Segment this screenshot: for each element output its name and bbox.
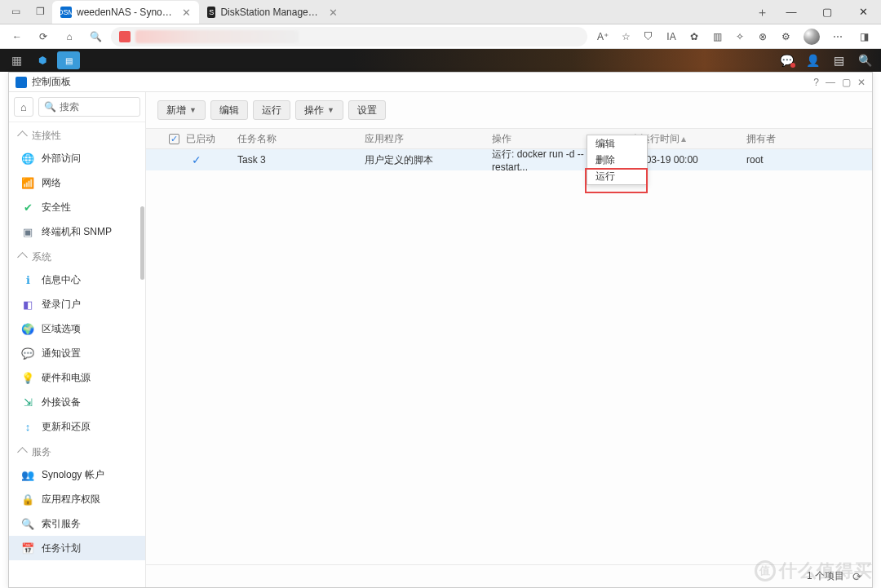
sidebar-item[interactable]: ▣终端机和 SNMP [9,219,145,244]
toolbar-extension-icon[interactable]: IA [661,26,682,47]
dsm-header: ▦ ⬢ ▤ 💬 👤 ▤ 🔍 [0,49,881,72]
settings-button[interactable]: 设置 [348,100,386,120]
workspace-icon[interactable]: ▭ [3,0,28,24]
toolbar-extension-icon[interactable]: ▥ [706,26,728,47]
search-button[interactable]: 🔍 [85,26,106,47]
help-button[interactable]: ? [813,77,819,88]
cell-app: 用户定义的脚本 [358,149,485,170]
sidebar-item-icon: ⇲ [20,395,35,409]
table-row[interactable]: ✓ Task 3 用户定义的脚本 运行: docker run -d --res… [146,149,872,170]
control-panel-window: 控制面板 ? — ▢ ✕ ⌂ 🔍 连接性🌐外部访问📶网络✔安全性▣终端机和 SN… [8,72,873,588]
close-panel-button[interactable]: ✕ [857,77,866,88]
user-icon[interactable]: 👤 [801,51,824,69]
sidebar-item[interactable]: 👥Synology 帐户 [9,462,145,487]
sidebar-search[interactable]: 🔍 [38,97,140,117]
refresh-button[interactable]: ⟳ [33,26,54,47]
new-button[interactable]: 新增▼ [157,100,206,120]
col-app[interactable]: 应用程序 [358,129,485,148]
tab-favicon-icon: S [207,7,215,18]
sidebar-group-header[interactable]: 系统 [9,244,145,267]
package-center-icon[interactable]: ⬢ [31,51,54,69]
tabs-overview-icon[interactable]: ❐ [28,0,52,24]
sidebar-item-icon: 📶 [20,175,35,190]
window-titlebar: 控制面板 ? — ▢ ✕ [9,73,872,92]
home-button[interactable]: ⌂ [59,26,80,47]
sidebar: ⌂ 🔍 连接性🌐外部访问📶网络✔安全性▣终端机和 SNMP系统ℹ信息中心◧登录门… [9,92,146,587]
url-text-blurred [135,30,299,43]
window-title: 控制面板 [32,75,71,89]
col-owner[interactable]: 拥有者 [740,129,872,148]
sidebar-item[interactable]: 🌐外部访问 [9,146,145,170]
app-icon[interactable]: ▤ [57,51,80,69]
context-menu-item[interactable]: 删除 [587,152,647,168]
new-tab-button[interactable]: ＋ [750,1,773,24]
sidebar-group-header[interactable]: 服务 [9,439,145,462]
sidebar-item[interactable]: 💡硬件和电源 [9,365,145,390]
tab-strip: DSMweedenNAS - Synology NAS✕SDiskStation… [52,0,750,24]
maximize-button[interactable]: ▢ [809,0,845,24]
back-button[interactable]: ← [7,26,28,47]
sidebar-item-icon: 👥 [20,467,35,482]
sidebar-item[interactable]: ℹ信息中心 [9,267,145,292]
toolbar-extension-icon[interactable]: ☆ [615,26,636,47]
tab-label: weedenNAS - Synology NAS [77,7,174,18]
action-toolbar: 新增▼ 编辑 运行 操作▼ 设置 [146,92,872,128]
toolbar-extension-icon[interactable]: ⚙ [775,26,796,47]
widgets-icon[interactable]: ▤ [827,51,850,69]
context-menu-item[interactable]: 编辑 [587,135,647,152]
select-all-checkbox[interactable]: ✓ [169,134,179,144]
sidebar-item[interactable]: 🌍区域选项 [9,316,145,341]
context-menu: 编辑删除运行 [587,135,648,185]
sidebar-item-icon: ◧ [20,297,35,312]
sidebar-item[interactable]: 🔒应用程序权限 [9,487,145,511]
address-bar[interactable] [111,27,587,46]
toolbar-extension-icon[interactable]: A⁺ [592,26,613,47]
profile-avatar-icon[interactable] [801,26,822,47]
sidebar-item[interactable]: 🔍索引服务 [9,511,145,536]
col-name[interactable]: 任务名称 [231,129,358,148]
sidebar-item-icon: ▣ [20,224,35,239]
more-button[interactable]: ⋯ [827,26,848,47]
sidebar-group-header[interactable]: 连接性 [9,122,145,146]
refresh-icon[interactable]: ⟳ [852,570,862,583]
close-window-button[interactable]: ✕ [845,0,881,24]
sidebar-item[interactable]: 📶网络 [9,170,145,195]
main-menu-icon[interactable]: ▦ [5,51,28,69]
search-icon[interactable]: 🔍 [853,51,876,69]
sidebar-item[interactable]: ↕更新和还原 [9,414,145,439]
sidebar-scrollbar[interactable] [140,206,144,280]
sidebar-item-label: 区域选项 [42,322,81,336]
run-button[interactable]: 运行 [253,100,290,120]
sidebar-item[interactable]: ✔安全性 [9,195,145,219]
tab-close-icon[interactable]: ✕ [182,7,191,19]
sidebar-item-label: 安全性 [42,201,71,214]
task-table: ✓ 已启动 任务名称 应用程序 操作 下次运行时间▴ 拥有者 ✓ Task 3 … [146,128,872,564]
search-input[interactable] [60,101,135,113]
sidebar-item-icon: 🔒 [20,492,35,506]
browser-tab[interactable]: SDiskStation Manager 7.2 | 群晖✕ [199,1,346,24]
sidebar-item[interactable]: 📅任务计划 [9,536,145,560]
minimize-panel-button[interactable]: — [826,77,835,88]
toolbar-extension-icon[interactable]: ⛉ [638,26,659,47]
sidepanel-button[interactable]: ◨ [853,26,874,47]
browser-tab[interactable]: DSMweedenNAS - Synology NAS✕ [52,1,199,24]
sidebar-item-icon: 💡 [20,370,35,385]
sidebar-item[interactable]: ◧登录门户 [9,292,145,316]
search-icon: 🔍 [44,101,56,113]
tab-close-icon[interactable]: ✕ [329,7,338,19]
col-enabled-label: 已启动 [186,132,215,146]
edit-button[interactable]: 编辑 [210,100,248,120]
toolbar-extension-icon[interactable]: ⊗ [752,26,773,47]
toolbar-extension-icon[interactable]: ✧ [729,26,750,47]
sidebar-item[interactable]: ⇲外接设备 [9,390,145,414]
action-button[interactable]: 操作▼ [295,100,343,120]
sidebar-home-button[interactable]: ⌂ [14,97,33,117]
sidebar-item[interactable]: 💬通知设置 [9,341,145,365]
chat-icon[interactable]: 💬 [775,51,798,69]
maximize-panel-button[interactable]: ▢ [842,77,851,88]
col-enabled[interactable]: ✓ 已启动 [146,129,231,148]
context-menu-item[interactable]: 运行 [587,168,647,184]
sidebar-item-label: 索引服务 [42,517,81,531]
minimize-button[interactable]: — [773,0,809,24]
toolbar-extension-icon[interactable]: ✿ [684,26,705,47]
